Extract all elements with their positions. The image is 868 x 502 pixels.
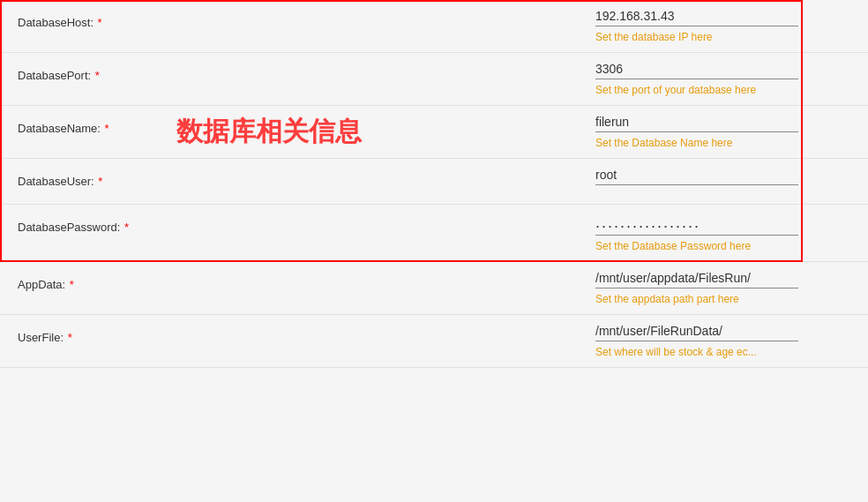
value-databaseuser: root [582, 159, 868, 204]
value-databasename: filerunSet the Database Name here [582, 106, 868, 158]
row-databasehost: DatabaseHost: *192.168.31.43Set the data… [0, 0, 868, 53]
label-text-databaseport: DatabasePort: * [18, 69, 100, 82]
value-userfile: /mnt/user/FileRunData/Set where will be … [582, 315, 868, 367]
row-databasename: DatabaseName: *filerunSet the Database N… [0, 106, 868, 159]
hint-databaseport: Set the port of your database here [595, 84, 855, 96]
hint-databasehost: Set the database IP here [595, 31, 855, 43]
value-databaseport: 3306Set the port of your database here [582, 53, 868, 105]
label-databaseuser: DatabaseUser: * [0, 159, 582, 204]
label-databasename: DatabaseName: * [0, 106, 582, 158]
value-text-userfile: /mnt/user/FileRunData/ [595, 324, 798, 341]
hint-appdata: Set the appdata path part here [595, 293, 855, 305]
required-marker: * [101, 122, 109, 135]
value-text-databasehost: 192.168.31.43 [595, 9, 798, 26]
hint-userfile: Set where will be stock & age ec... [595, 346, 855, 358]
row-databasepassword: DatabasePassword: *.................Set … [0, 205, 868, 262]
value-text-databaseport: 3306 [595, 62, 798, 79]
hint-databasepassword: Set the Database Password here [595, 240, 855, 252]
required-marker: * [64, 331, 72, 344]
label-userfile: UserFile: * [0, 315, 582, 367]
required-marker: * [94, 16, 102, 29]
required-marker: * [95, 175, 103, 188]
label-appdata: AppData: * [0, 262, 582, 314]
value-appdata: /mnt/user/appdata/FilesRun/Set the appda… [582, 262, 868, 314]
label-databasepassword: DatabasePassword: * [0, 205, 582, 261]
label-text-databasepassword: DatabasePassword: * [18, 221, 129, 234]
hint-databasename: Set the Database Name here [595, 137, 855, 149]
label-text-databaseuser: DatabaseUser: * [18, 175, 102, 188]
value-text-databasename: filerun [595, 115, 798, 132]
config-form: DatabaseHost: *192.168.31.43Set the data… [0, 0, 868, 368]
label-databaseport: DatabasePort: * [0, 53, 582, 105]
required-marker: * [92, 69, 100, 82]
label-text-appdata: AppData: * [18, 278, 74, 291]
label-text-databasehost: DatabaseHost: * [18, 16, 102, 29]
value-text-appdata: /mnt/user/appdata/FilesRun/ [595, 271, 798, 288]
row-databaseport: DatabasePort: *3306Set the port of your … [0, 53, 868, 106]
label-text-databasename: DatabaseName: * [18, 122, 109, 135]
row-appdata: AppData: */mnt/user/appdata/FilesRun/Set… [0, 262, 868, 315]
value-databasehost: 192.168.31.43Set the database IP here [582, 0, 868, 52]
label-databasehost: DatabaseHost: * [0, 0, 582, 52]
label-text-userfile: UserFile: * [18, 331, 72, 344]
form-container: 数据库相关信息 DatabaseHost: *192.168.31.43Set … [0, 0, 868, 368]
required-marker: * [121, 221, 129, 234]
value-text-databasepassword: ................. [595, 214, 798, 236]
value-databasepassword: .................Set the Database Passwo… [582, 205, 868, 261]
row-databaseuser: DatabaseUser: *root [0, 159, 868, 205]
required-marker: * [66, 278, 74, 291]
value-text-databaseuser: root [595, 168, 798, 185]
row-userfile: UserFile: */mnt/user/FileRunData/Set whe… [0, 315, 868, 368]
